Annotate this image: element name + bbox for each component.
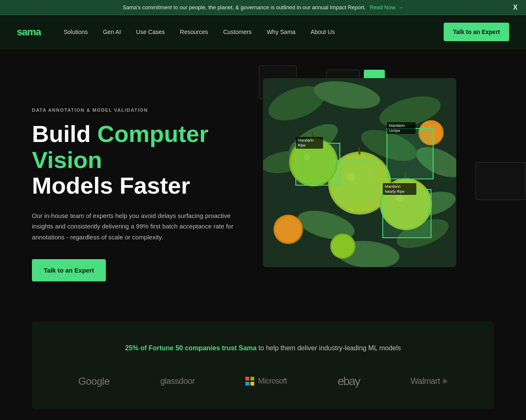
svg-text:Mandarin: Mandarin [389,123,405,128]
svg-line-27 [359,147,360,155]
logo-walmart: Walmart ✳ [410,376,448,386]
nav-cta-button[interactable]: Talk to an Expert [444,23,509,41]
nav-item-why-sama[interactable]: Why Sama [261,25,301,39]
svg-rect-34 [387,129,433,179]
trust-section: 25% of Fortune 50 companies trust Sama t… [32,322,494,409]
svg-point-22 [275,216,301,242]
logo-glassdoor: glassdoor [160,376,195,386]
nav-links-container: Solutions Gen AI Use Cases Resources Cus… [58,25,444,39]
svg-text:Mandarin: Mandarin [385,184,401,189]
float-box-right [476,162,526,200]
hero-image-container: Mandarin Ripe Mandarin Unripe Mandarin N… [263,78,456,267]
nav-item-solutions[interactable]: Solutions [58,25,94,39]
logo-text: sama [17,26,41,37]
walmart-text: Walmart [410,376,440,386]
trust-highlight-text: 25% of Fortune 50 companies trust Sama [125,344,257,352]
logo-microsoft: Microsoft [245,377,287,386]
microsoft-squares [245,377,255,386]
google-text: Google [78,375,109,387]
svg-text:Ripe: Ripe [298,143,306,147]
svg-point-26 [331,235,354,257]
svg-rect-38 [383,189,431,238]
logo-ebay: ebay [338,375,360,388]
logo-google: Google [78,375,109,387]
nav-item-resources[interactable]: Resources [174,25,214,39]
banner-close-button[interactable]: X [513,4,518,11]
logos-row: Google glassdoor Microsoft ebay Walmart … [57,375,469,388]
main-navigation: sama Solutions Gen AI Use Cases Resource… [0,15,526,49]
hero-label: DATA ANNOTATION & MODEL VALIDATION [32,108,250,113]
ebay-text: ebay [338,375,360,388]
walmart-spark-icon: ✳ [442,377,448,386]
site-logo[interactable]: sama [17,26,41,38]
trust-rest-text: to help them deliver industry-leading ML… [258,344,401,352]
nav-item-about-us[interactable]: About Us [305,25,341,39]
nav-item-customers[interactable]: Customers [217,25,258,39]
hero-title: Build Computer Vision Models Faster [32,121,250,199]
hero-cta-button[interactable]: Talk to an Expert [32,259,106,281]
hero-title-white1: Build [32,121,97,147]
banner-text: Sama's commitment to our people, the pla… [17,4,509,10]
ms-square-3 [245,382,249,386]
hero-section: DATA ANNOTATION & MODEL VALIDATION Build… [0,49,526,322]
banner-link[interactable]: Read Now. → [370,4,403,10]
svg-text:Mandarin: Mandarin [298,138,314,142]
banner-message: Sama's commitment to our people, the pla… [123,4,366,10]
hero-image-area: Mandarin Ripe Mandarin Unripe Mandarin N… [250,66,509,284]
nav-item-use-cases[interactable]: Use Cases [130,25,171,39]
hero-description: Our in-house team of experts help you av… [32,210,234,243]
ms-square-1 [245,377,249,381]
hero-content: DATA ANNOTATION & MODEL VALIDATION Build… [32,74,250,281]
nav-item-gen-ai[interactable]: Gen AI [97,25,127,39]
svg-text:Unripe: Unripe [389,129,400,133]
banner-link-text: Read Now. → [370,4,403,10]
ms-square-4 [250,382,254,386]
trust-headline: 25% of Fortune 50 companies trust Sama t… [57,343,469,354]
svg-text:Nearly Ripe: Nearly Ripe [385,189,405,194]
announcement-banner: Sama's commitment to our people, the pla… [0,0,526,15]
glassdoor-text: glassdoor [160,376,195,386]
svg-rect-42 [334,160,376,200]
microsoft-text: Microsoft [258,377,287,386]
ms-square-2 [250,377,254,381]
hero-title-white2: Models Faster [32,172,190,199]
